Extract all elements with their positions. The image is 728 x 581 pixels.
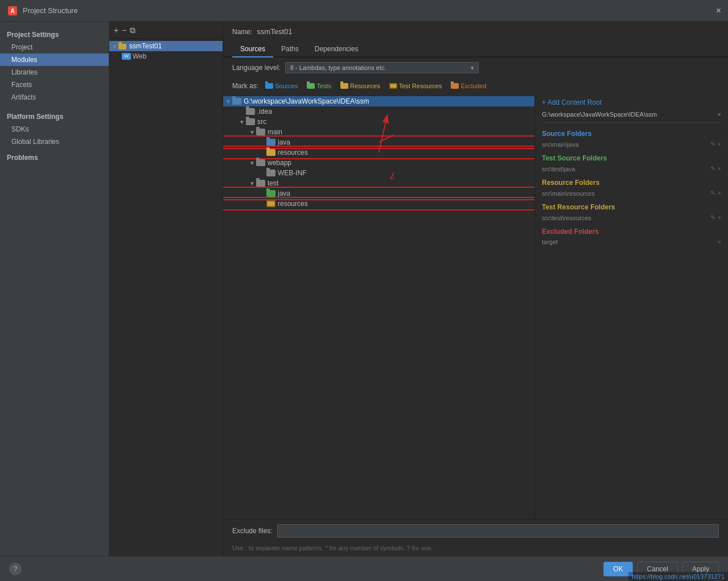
mark-badge-resources[interactable]: Resources [338,81,382,90]
tabs-row: Sources Paths Dependencies [223,42,728,57]
ft-item-test-label: test [268,179,278,187]
tab-paths[interactable]: Paths [273,42,307,57]
resource-path-text-0: src\main\resources [542,190,595,197]
tab-sources[interactable]: Sources [232,42,273,57]
mark-badge-tests[interactable]: Tests [305,81,334,90]
ft-item-webinf-label: WEB-INF [278,169,307,177]
sidebar: Project Settings Project Modules Librari… [0,22,109,556]
mark-badge-excluded[interactable]: Excluded [449,81,488,90]
source-folders-section: Source Folders src\main\java ✎ × [542,130,721,149]
content-panel: Name: ssmTest01 Sources Paths Dependenci… [223,22,728,556]
ft-item-root[interactable]: ▼ G:\workspace\JavaWorkSpace\IDEA\ssm [223,96,534,106]
edit-source-folder-button[interactable]: ✎ [710,141,715,148]
ft-item-webinf[interactable]: WEB-INF [223,168,534,178]
ft-item-resources[interactable]: resources [223,147,534,158]
ft-item-webapp[interactable]: ▼ webapp [223,158,534,168]
idea-folder-icon [246,108,255,115]
remove-module-button[interactable]: − [122,26,126,34]
ft-item-root-label: G:\workspace\JavaWorkSpace\IDEA\ssm [244,97,369,105]
excluded-path-text-0: target [542,238,558,245]
expand-webapp: ▼ [249,160,256,166]
tab-dependencies[interactable]: Dependencies [307,42,367,57]
file-tree: ▼ G:\workspace\JavaWorkSpace\IDEA\ssm .i… [223,94,534,519]
ft-item-main-label: main [268,128,282,136]
edit-resource-folder-button[interactable]: ✎ [710,189,715,197]
content-split: ▼ G:\workspace\JavaWorkSpace\IDEA\ssm .i… [223,94,728,519]
source-path-text-0: src\main\java [542,141,579,148]
sidebar-item-sdks[interactable]: SDKs [0,123,109,135]
name-label: Name: [232,28,252,36]
webapp-folder-icon [256,159,265,166]
ft-item-java-label: java [278,138,290,146]
edit-test-source-button[interactable]: ✎ [710,165,715,172]
mark-badge-sources[interactable]: Sources [263,81,300,90]
excluded-folders-section: Excluded Folders target × [542,228,721,246]
help-button[interactable]: ? [9,563,22,575]
content-root-path-text: G:\workspace\JavaWorkSpace\IDEA\ssm [542,111,657,118]
ft-item-test[interactable]: ▼ test [223,178,534,188]
remove-excluded-folder-button[interactable]: × [718,238,721,245]
ft-item-idea[interactable]: .idea [223,106,534,117]
test-source-folder-path-0: src\test\java ✎ × [542,164,721,173]
excluded-folder-icon [451,83,459,89]
copy-module-button[interactable]: ⧉ [130,26,135,34]
sidebar-item-libraries[interactable]: Libraries [0,66,109,79]
module-tree-content: ▼ ssmTest01 W Web [109,39,223,556]
add-module-button[interactable]: + [114,26,118,34]
sidebar-item-project[interactable]: Project [0,41,109,53]
add-content-root-button[interactable]: + Add Content Root [542,98,721,106]
sidebar-item-facets[interactable]: Facets [0,79,109,91]
language-level-select[interactable]: 8 - Lambdas, type annotations etc. [285,62,479,73]
test-java-folder-icon [266,190,275,197]
ft-item-test-java[interactable]: java [223,188,534,199]
exclude-files-input[interactable] [277,524,719,538]
svg-text:A: A [10,8,14,14]
mark-badge-testres[interactable]: Test Resources [387,81,445,90]
test-resource-path-text-0: src\test\resources [542,215,591,221]
ft-item-java[interactable]: java [223,137,534,147]
bottom-bar: ? OK Cancel Apply https://blog.csdn.net/… [0,556,728,581]
mark-as-label: Mark as: [232,82,258,90]
ft-item-test-resources[interactable]: resources [223,199,534,209]
remove-test-source-button[interactable]: × [718,165,721,172]
sidebar-item-modules[interactable]: Modules [0,53,109,66]
module-icon [118,43,127,50]
expand-test: ▼ [249,180,256,187]
remove-source-folder-button[interactable]: × [718,141,721,148]
title-bar: A Project Structure × [0,0,728,22]
remove-resource-folder-button[interactable]: × [718,189,721,197]
test-source-folder-actions-0: ✎ × [710,165,721,172]
expand-main: ▼ [249,129,256,135]
tree-item-ssmTest01[interactable]: ▼ ssmTest01 [109,41,223,51]
ft-item-src[interactable]: ▼ src [223,117,534,127]
sources-folder-icon [265,83,273,89]
edit-test-resource-button[interactable]: ✎ [710,214,715,221]
test-resource-folder-path-0: src\test\resources ✎ × [542,213,721,222]
sidebar-item-artifacts[interactable]: Artifacts [0,91,109,104]
remove-test-resource-button[interactable]: × [718,214,721,221]
source-folders-title: Source Folders [542,130,721,138]
source-folder-path-0: src\main\java ✎ × [542,140,721,149]
test-source-folders-section: Test Source Folders src\test\java ✎ × [542,154,721,173]
name-row: Name: ssmTest01 [223,22,728,42]
resource-folders-title: Resource Folders [542,179,721,187]
expand-arrow-ssmTest01: ▼ [112,43,118,50]
testres-folder-icon [389,83,397,89]
language-level-row: Language level: 8 - Lambdas, type annota… [223,57,728,78]
tree-item-web[interactable]: W Web [109,51,223,61]
main-folder-icon [256,129,265,135]
expand-root: ▼ [225,98,232,105]
add-content-root-label: + Add Content Root [542,98,602,106]
tests-folder-icon [307,83,315,89]
ft-item-main[interactable]: ▼ main [223,127,534,137]
mark-badge-excluded-label: Excluded [460,83,486,89]
ft-item-src-label: src [257,118,266,126]
exclude-files-label: Exclude files: [232,527,273,535]
problems-label[interactable]: Problems [0,148,109,164]
close-button[interactable]: × [716,6,721,15]
mark-badge-sources-label: Sources [275,83,298,89]
ft-item-idea-label: .idea [257,108,272,116]
sidebar-item-global-libraries[interactable]: Global Libraries [0,135,109,148]
remove-content-root-button[interactable]: × [718,111,721,118]
project-settings-title: Project Settings [0,26,109,41]
